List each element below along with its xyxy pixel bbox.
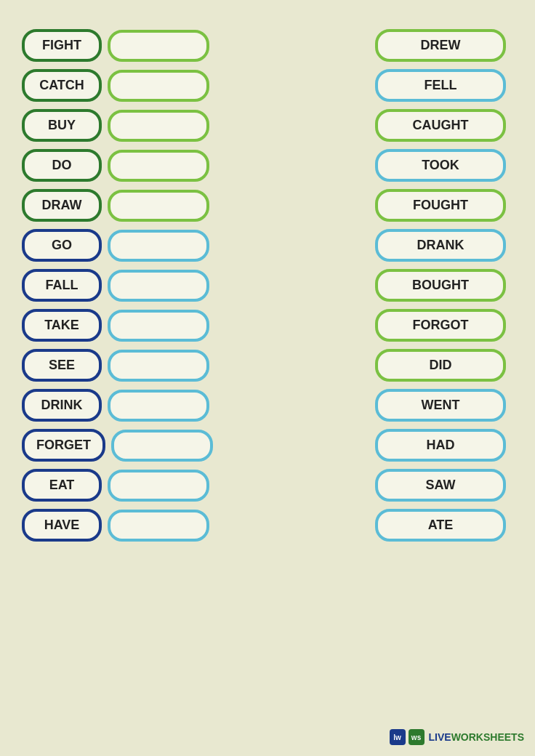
right-verb-box: DRANK bbox=[375, 229, 506, 262]
logo-box-blue: lw bbox=[390, 729, 406, 745]
left-verb-row: HAVE bbox=[22, 509, 254, 542]
left-column: FIGHTCATCHBUYDODRAWGOFALLTAKESEEDRINKFOR… bbox=[22, 29, 254, 542]
right-verb-box: DREW bbox=[375, 29, 506, 62]
logo-box-green: ws bbox=[409, 729, 425, 745]
left-verb-box: FORGET bbox=[22, 429, 105, 462]
answer-input-box[interactable] bbox=[108, 70, 209, 102]
answer-input-box[interactable] bbox=[108, 190, 209, 222]
left-verb-box: FIGHT bbox=[22, 29, 102, 62]
answer-input-box[interactable] bbox=[108, 390, 209, 422]
right-verb-box: CAUGHT bbox=[375, 109, 506, 142]
right-verb-box: ATE bbox=[375, 509, 506, 542]
right-verb-box: BOUGHT bbox=[375, 269, 506, 302]
left-verb-row: TAKE bbox=[22, 309, 254, 342]
answer-input-box[interactable] bbox=[108, 150, 209, 182]
left-verb-row: FORGET bbox=[22, 429, 254, 462]
answer-input-box[interactable] bbox=[108, 350, 209, 382]
left-verb-box: CATCH bbox=[22, 69, 102, 102]
answer-input-box[interactable] bbox=[108, 510, 209, 542]
left-verb-box: TAKE bbox=[22, 309, 102, 342]
right-verb-box: WENT bbox=[375, 389, 506, 422]
right-verb-box: SAW bbox=[375, 469, 506, 502]
answer-input-box[interactable] bbox=[108, 310, 209, 342]
left-verb-row: FALL bbox=[22, 269, 254, 302]
left-verb-row: CATCH bbox=[22, 69, 254, 102]
left-verb-box: DRAW bbox=[22, 189, 102, 222]
answer-input-box[interactable] bbox=[108, 470, 209, 502]
left-verb-box: SEE bbox=[22, 349, 102, 382]
right-verb-box: FORGOT bbox=[375, 309, 506, 342]
answer-input-box[interactable] bbox=[108, 110, 209, 142]
left-verb-box: FALL bbox=[22, 269, 102, 302]
left-verb-row: DO bbox=[22, 149, 254, 182]
right-verb-box: FOUGHT bbox=[375, 189, 506, 222]
right-verb-box: FELL bbox=[375, 69, 506, 102]
answer-input-box[interactable] bbox=[108, 230, 209, 262]
left-verb-row: DRAW bbox=[22, 189, 254, 222]
left-verb-box: GO bbox=[22, 229, 102, 262]
left-verb-row: GO bbox=[22, 229, 254, 262]
footer-logo: lw ws bbox=[390, 729, 425, 745]
left-verb-box: EAT bbox=[22, 469, 102, 502]
left-verb-box: DRINK bbox=[22, 389, 102, 422]
main-layout: FIGHTCATCHBUYDODRAWGOFALLTAKESEEDRINKFOR… bbox=[15, 29, 520, 542]
left-verb-box: HAVE bbox=[22, 509, 102, 542]
answer-input-box[interactable] bbox=[108, 270, 209, 302]
right-column: DREWFELLCAUGHTTOOKFOUGHTDRANKBOUGHTFORGO… bbox=[375, 29, 513, 542]
right-verb-box: TOOK bbox=[375, 149, 506, 182]
right-verb-box: DID bbox=[375, 349, 506, 382]
left-verb-row: SEE bbox=[22, 349, 254, 382]
answer-input-box[interactable] bbox=[111, 430, 213, 462]
answer-input-box[interactable] bbox=[108, 30, 209, 62]
right-verb-box: HAD bbox=[375, 429, 506, 462]
left-verb-row: DRINK bbox=[22, 389, 254, 422]
footer-brand: LIVEWORKSHEETS bbox=[429, 731, 524, 743]
left-verb-row: BUY bbox=[22, 109, 254, 142]
footer: lw ws LIVEWORKSHEETS bbox=[390, 729, 524, 745]
left-verb-box: BUY bbox=[22, 109, 102, 142]
left-verb-row: EAT bbox=[22, 469, 254, 502]
left-verb-row: FIGHT bbox=[22, 29, 254, 62]
left-verb-box: DO bbox=[22, 149, 102, 182]
